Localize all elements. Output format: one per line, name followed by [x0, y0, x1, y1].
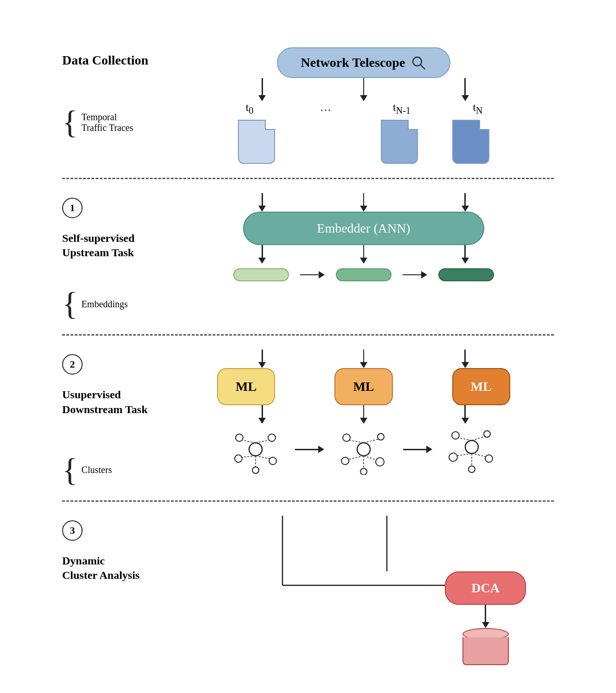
svg-line-22: [364, 456, 377, 460]
downstream-content: ML ML ML: [173, 350, 554, 486]
time-labels-row: t0 … tN-1 tN: [212, 101, 516, 116]
dca-label-block: 3 DynamicCluster Analysis: [62, 516, 173, 646]
dca-title: DynamicCluster Analysis: [62, 554, 140, 583]
svg-line-8: [242, 440, 256, 443]
network-telescope-pill: Network Telescope: [277, 47, 451, 78]
ml-box-1: ML: [217, 368, 275, 405]
cluster-graph-2: [338, 424, 389, 475]
dca-box: DCA: [445, 571, 526, 605]
embeddings-text: Embeddings: [82, 299, 128, 310]
telescope-arrows: [212, 78, 516, 101]
downstream-header: 2: [62, 354, 83, 378]
svg-line-11: [256, 456, 271, 459]
cluster-graphs-row: [230, 424, 497, 475]
upstream-section: 1 Self-supervisedUpstream Task { Embeddi…: [62, 179, 554, 336]
embeddings-brace: {: [62, 288, 78, 320]
upstream-header: 1: [62, 198, 83, 222]
arrow-out-3: [462, 245, 469, 264]
dca-arrow-down: [482, 605, 489, 628]
downstream-num: 2: [62, 354, 83, 375]
db-cylinder: [462, 628, 509, 665]
cluster-graph-1: [230, 424, 281, 475]
svg-point-7: [252, 467, 259, 473]
file-icons-row: [212, 120, 516, 164]
svg-point-28: [485, 455, 493, 462]
arrow-in-1: [258, 193, 266, 212]
cluster-graph-3: [446, 424, 497, 475]
svg-point-15: [378, 434, 384, 440]
embed-bar-1: [233, 268, 289, 281]
svg-line-1: [421, 65, 425, 69]
upstream-num: 1: [62, 198, 83, 218]
arrow-in-3: [462, 193, 469, 212]
downstream-title: UsupervisedDownstream Task: [62, 388, 148, 416]
svg-point-25: [452, 432, 459, 439]
svg-line-31: [472, 436, 485, 440]
file-tN: [452, 120, 489, 164]
svg-point-13: [357, 443, 370, 456]
ml-arrow-in-3: [462, 350, 469, 368]
svg-line-33: [472, 453, 486, 457]
time-tN: tN: [459, 101, 496, 116]
svg-point-29: [468, 466, 475, 473]
clusters-text: Clusters: [82, 465, 112, 475]
svg-line-20: [364, 439, 379, 443]
dca-header: 3: [62, 520, 83, 544]
embedding-bars-row: [233, 268, 494, 281]
ml-arrow-out-1: [258, 405, 266, 424]
file-t0: [238, 120, 275, 164]
ml-arrow-in-2: [360, 350, 367, 368]
main-diagram: Data Collection { TemporalTraffic Traces…: [53, 15, 563, 678]
svg-point-27: [449, 453, 457, 461]
svg-point-24: [465, 440, 478, 453]
brace-icon: {: [62, 106, 78, 139]
dca-section: 3 DynamicCluster Analysis: [62, 502, 554, 660]
ml-boxes-row: ML ML ML: [173, 368, 554, 405]
embed-arrow-1: [300, 271, 325, 278]
ml-box-3: ML: [452, 368, 510, 405]
downstream-label-block: 2 UsupervisedDownstream Task { Clusters: [62, 350, 173, 486]
svg-point-18: [360, 468, 367, 475]
embeddings-label: { Embeddings: [62, 288, 128, 320]
svg-point-17: [376, 458, 384, 466]
data-collection-content: Network Telescope: [173, 47, 554, 164]
clusters-label: { Clusters: [62, 454, 112, 486]
file-tn1: [381, 120, 418, 164]
svg-point-6: [269, 457, 276, 465]
cluster-arrow-1: [295, 446, 324, 453]
arrow-to-t0: [258, 78, 266, 101]
svg-line-21: [348, 456, 364, 460]
embed-arrow-2: [403, 271, 427, 278]
svg-line-30: [458, 438, 472, 440]
svg-point-2: [249, 443, 262, 456]
data-collection-title: Data Collection: [62, 52, 148, 69]
embedder-arrows-in: [212, 193, 516, 212]
svg-point-5: [235, 455, 242, 462]
ml-box-2: ML: [334, 368, 392, 405]
ml-arrow-out-2: [360, 405, 367, 424]
downstream-section: 2 UsupervisedDownstream Task { Clusters: [62, 336, 554, 501]
embedder-box: Embedder (ANN): [243, 212, 484, 245]
embedder-arrows-out: [212, 245, 516, 264]
arrow-out-2: [360, 245, 367, 264]
svg-point-16: [341, 457, 349, 465]
ml-arrow-out-3: [462, 405, 469, 424]
temporal-label-text: TemporalTraffic Traces: [82, 112, 134, 133]
network-telescope-label: Network Telescope: [301, 55, 405, 70]
svg-line-32: [456, 453, 472, 456]
svg-line-9: [256, 440, 270, 443]
data-collection-label: Data Collection { TemporalTraffic Traces: [62, 47, 173, 164]
dca-num: 3: [62, 520, 83, 541]
ml-arrows-in: [212, 350, 516, 368]
clusters-brace: {: [62, 454, 78, 486]
dca-content: DCA: [173, 516, 554, 646]
arrow-to-tn1: [360, 78, 367, 101]
upstream-label-block: 1 Self-supervisedUpstream Task { Embeddi…: [62, 193, 173, 320]
upstream-title: Self-supervisedUpstream Task: [62, 231, 135, 260]
arrow-to-tN: [462, 78, 469, 101]
temporal-traces-label: { TemporalTraffic Traces: [62, 106, 133, 139]
embed-bar-2: [336, 268, 391, 281]
search-icon: [411, 55, 426, 71]
time-dots: …: [307, 101, 344, 116]
arrow-in-2: [360, 193, 367, 212]
